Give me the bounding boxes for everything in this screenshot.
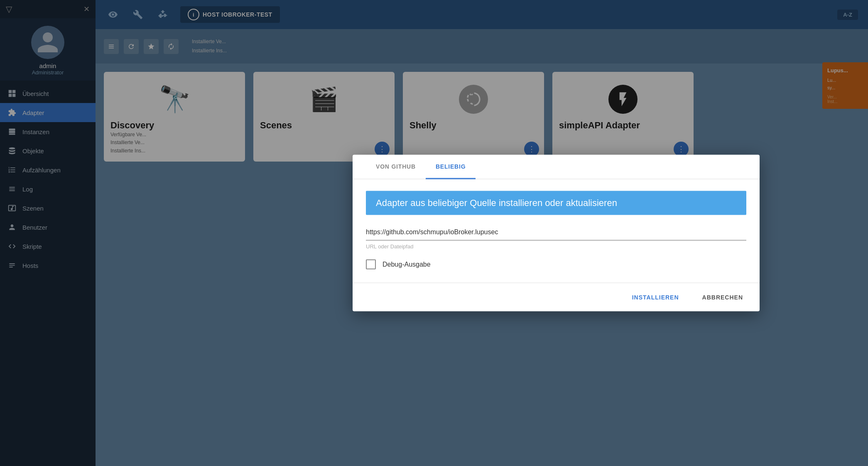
tab-von-github[interactable]: VON GITHUB — [366, 155, 426, 179]
modal-tabs: VON GITHUB BELIEBIG — [353, 155, 760, 179]
modal-footer: INSTALLIEREN ABBRECHEN — [353, 283, 760, 311]
debug-label: Debug-Ausgabe — [383, 261, 431, 268]
debug-checkbox-row: Debug-Ausgabe — [366, 260, 746, 270]
url-input-wrapper — [366, 227, 746, 241]
modal-heading: Adapter aus beliebiger Quelle installier… — [366, 191, 746, 215]
url-placeholder: URL oder Dateipfad — [366, 243, 746, 250]
tab-beliebig[interactable]: BELIEBIG — [426, 155, 476, 179]
url-input[interactable] — [366, 227, 746, 238]
modal-body: VON GITHUB BELIEBIG Adapter aus beliebig… — [353, 155, 760, 283]
debug-checkbox[interactable] — [366, 260, 376, 270]
install-modal: VON GITHUB BELIEBIG Adapter aus beliebig… — [353, 155, 760, 311]
modal-content-area: Adapter aus beliebiger Quelle installier… — [353, 179, 760, 283]
cancel-button[interactable]: ABBRECHEN — [696, 290, 750, 305]
install-button[interactable]: INSTALLIEREN — [625, 290, 686, 305]
